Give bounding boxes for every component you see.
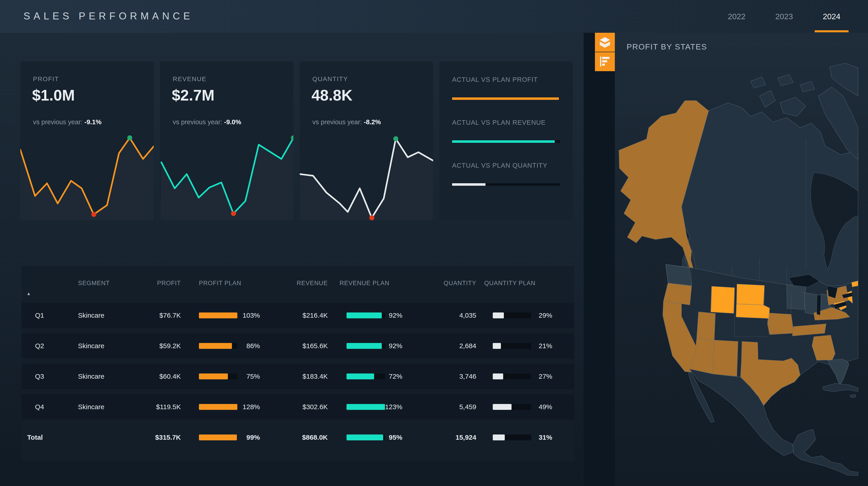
plan-bar-cell xyxy=(493,394,531,420)
state-georgia[interactable] xyxy=(812,335,835,360)
quarter-cell: Q4 xyxy=(35,394,62,420)
plan-bar-track xyxy=(199,313,237,318)
plan-bar-fill xyxy=(346,374,374,379)
state-washington[interactable] xyxy=(666,264,692,286)
revenue-plan-percent: 92% xyxy=(380,303,402,328)
lake-michigan xyxy=(817,295,821,315)
profit-plan-percent: 99% xyxy=(237,425,260,450)
plan-bar-cell xyxy=(346,364,385,389)
plan-progress-track xyxy=(452,183,560,186)
plan-bar-fill xyxy=(346,404,385,410)
segment-cell: Skincare xyxy=(78,333,137,359)
min-point-dot xyxy=(91,212,96,217)
min-point-dot xyxy=(231,211,236,216)
plan-bar-fill xyxy=(493,343,501,349)
table-row-q3[interactable]: Q3 Skincare $60.4K 75% $183.4K 72% 3,746… xyxy=(22,364,574,389)
plan-bar-fill xyxy=(493,313,504,318)
kpi-table: ▲ SEGMENTPROFITPROFIT PLANREVENUEREVENUE… xyxy=(22,266,574,461)
bar-chart-button[interactable] xyxy=(595,52,615,71)
quarter-cell: Q1 xyxy=(35,303,62,328)
plan-progress-group: ACTUAL VS PLAN QUANTITY xyxy=(452,162,560,186)
central-america xyxy=(793,429,858,476)
plan-progress-fill xyxy=(452,140,555,143)
column-header-profit-plan[interactable]: PROFIT PLAN xyxy=(199,280,241,287)
quantity-cell: 5,459 xyxy=(439,394,476,420)
plan-bar-fill xyxy=(199,374,228,379)
kpi-label: PROFIT xyxy=(33,75,59,83)
revenue-plan-percent: 92% xyxy=(380,333,402,359)
max-point-dot xyxy=(393,136,398,141)
plan-bar-track xyxy=(346,343,385,349)
state-minnesota[interactable] xyxy=(786,285,806,310)
arctic-island xyxy=(750,77,766,88)
column-header-revenue-plan[interactable]: REVENUE PLAN xyxy=(340,280,390,287)
column-header-profit[interactable]: PROFIT xyxy=(144,280,181,287)
column-header-quantity[interactable]: QUANTITY xyxy=(439,280,476,287)
table-row-q1[interactable]: Q1 Skincare $76.7K 103% $216.4K 92% 4,03… xyxy=(22,303,574,328)
sort-ascending-icon[interactable]: ▲ xyxy=(26,291,31,296)
revenue-cell: $216.4K xyxy=(290,303,328,328)
profit-plan-percent: 103% xyxy=(237,303,260,328)
state-south-dakota[interactable] xyxy=(737,284,765,305)
plan-bar-fill xyxy=(493,404,512,410)
plan-bar-track xyxy=(346,313,385,318)
profit-cell: $60.4K xyxy=(144,364,181,389)
plan-bar-fill xyxy=(199,343,232,349)
plan-bar-track xyxy=(199,374,237,379)
state-missouri[interactable] xyxy=(767,313,794,335)
revenue-cell: $302.6K xyxy=(290,394,328,420)
state-new-mexico[interactable] xyxy=(712,340,738,376)
arctic-island xyxy=(760,90,775,107)
plan-bar-track xyxy=(493,343,531,349)
plan-bar-track xyxy=(493,434,531,440)
plan-progress-label: ACTUAL VS PLAN REVENUE xyxy=(452,119,560,126)
layers-button[interactable] xyxy=(595,33,615,52)
plan-bar-fill xyxy=(199,434,237,440)
kpi-label: QUANTITY xyxy=(312,75,348,83)
state-nebraska[interactable] xyxy=(736,304,770,319)
arctic-island xyxy=(780,97,806,116)
plan-bar-cell xyxy=(493,333,531,359)
quantity-plan-percent: 27% xyxy=(530,364,552,389)
kpi-card-revenue: REVENUE $2.7M vs previous year: -9.0% xyxy=(160,61,293,220)
state-utah[interactable] xyxy=(697,312,715,340)
sales-performance-dashboard: SALES PERFORMANCE 202220232024 PROFIT $1… xyxy=(0,0,868,486)
plan-bar-cell xyxy=(199,303,237,328)
state-wyoming[interactable] xyxy=(711,286,735,313)
plan-bar-cell xyxy=(199,333,237,359)
table-total-row[interactable]: Total $315.7K 99% $868.0K 95% 15,924 31% xyxy=(22,425,574,450)
panel-divider xyxy=(584,33,615,486)
kpi-delta: vs previous year: -8.2% xyxy=(312,119,381,126)
plan-bar-cell xyxy=(493,364,531,389)
table-row-q4[interactable]: Q4 Skincare $119.5K 128% $302.6K 123% 5,… xyxy=(22,394,574,420)
plan-bar-cell xyxy=(346,333,385,359)
quantity-cell: 3,746 xyxy=(439,364,476,389)
actual-vs-plan-card: ACTUAL VS PLAN PROFIT ACTUAL VS PLAN REV… xyxy=(439,61,573,220)
year-tab-2022[interactable]: 2022 xyxy=(720,0,754,33)
revenue-cell: $183.4K xyxy=(290,364,328,389)
layers-icon xyxy=(598,35,612,49)
plan-bar-track xyxy=(493,313,531,318)
kpi-value: $2.7M xyxy=(172,86,215,104)
plan-progress-fill xyxy=(452,183,486,186)
plan-bar-fill xyxy=(346,313,382,318)
column-header-quantity-plan[interactable]: QUANTITY PLAN xyxy=(484,280,535,287)
year-tab-2023[interactable]: 2023 xyxy=(767,0,801,33)
quarter-cell: Q3 xyxy=(35,364,62,389)
plan-bar-cell xyxy=(493,303,531,328)
sparkline-svg xyxy=(20,136,154,220)
max-point-dot xyxy=(127,135,132,140)
bar-chart-icon xyxy=(598,55,612,69)
column-header-segment[interactable]: SEGMENT xyxy=(78,280,110,287)
state-florida[interactable] xyxy=(828,359,849,385)
table-row-q2[interactable]: Q2 Skincare $59.2K 86% $165.6K 92% 2,684… xyxy=(22,333,574,359)
profit-by-states-map[interactable] xyxy=(615,33,868,486)
quarter-cell: Total xyxy=(27,425,63,450)
plan-bar-cell xyxy=(346,425,385,450)
profit-plan-percent: 128% xyxy=(237,394,260,420)
year-tab-2024[interactable]: 2024 xyxy=(815,0,848,33)
plan-bar-fill xyxy=(199,404,237,410)
plan-bar-cell xyxy=(346,394,385,420)
column-header-revenue[interactable]: REVENUE xyxy=(290,280,328,287)
sparkline-chart xyxy=(20,136,154,220)
